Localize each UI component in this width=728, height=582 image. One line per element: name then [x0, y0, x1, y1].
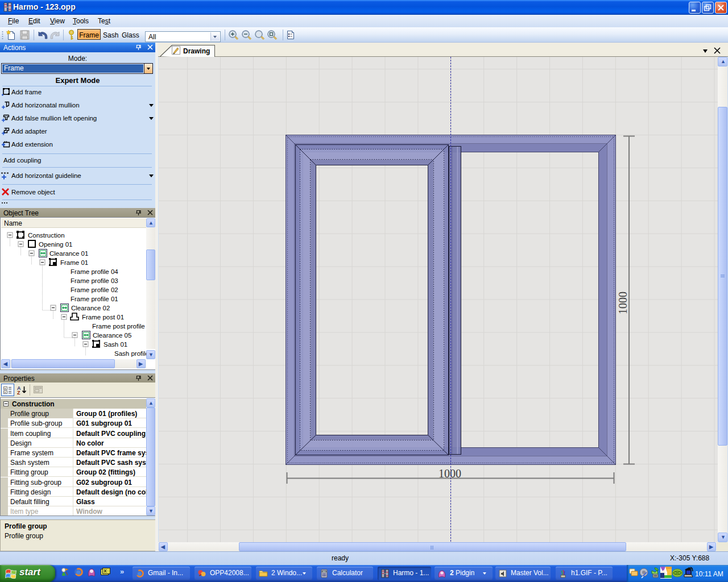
svg-text:Frame post profile: Frame post profile — [92, 323, 145, 330]
svg-text:Sash 01: Sash 01 — [104, 341, 127, 348]
svg-text:1000: 1000 — [439, 467, 461, 480]
svg-text:1000: 1000 — [617, 292, 629, 314]
svg-text:Frame profile 01: Frame profile 01 — [71, 296, 118, 302]
svg-text:Construction: Construction — [28, 232, 65, 239]
svg-text:+: + — [4, 386, 6, 390]
svg-text:Frame profile 02: Frame profile 02 — [71, 286, 118, 293]
svg-text:Clearance 01: Clearance 01 — [49, 250, 88, 257]
svg-text:Frame profile 04: Frame profile 04 — [71, 268, 118, 275]
svg-text:Opening 01: Opening 01 — [39, 241, 72, 248]
svg-text:Frame 01: Frame 01 — [60, 259, 88, 266]
svg-text:Clearance 05: Clearance 05 — [93, 332, 131, 339]
svg-text:Frame post 01: Frame post 01 — [82, 314, 124, 321]
svg-text:+: + — [4, 390, 6, 394]
svg-text:Sash profile: Sash profile — [114, 350, 147, 357]
svg-text:Frame profile 03: Frame profile 03 — [71, 277, 118, 284]
svg-text:Clearance 02: Clearance 02 — [71, 305, 110, 311]
svg-text:Z: Z — [17, 390, 20, 395]
